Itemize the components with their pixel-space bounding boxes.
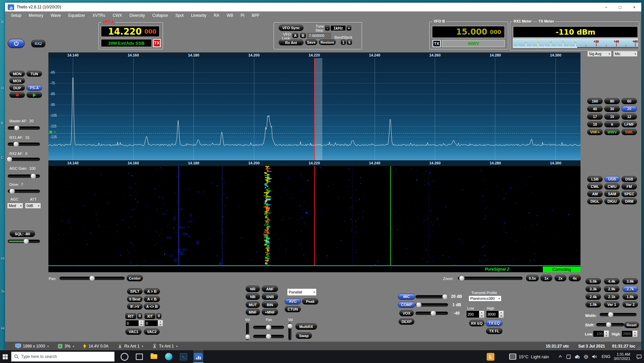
resize-grip[interactable] <box>637 346 641 350</box>
vfo-a-tx-indicator[interactable]: TX <box>153 39 161 47</box>
mode-button-usb[interactable]: USB <box>604 176 620 182</box>
bin-button[interactable]: BIN <box>262 301 278 308</box>
dexp-button[interactable]: DEXP <box>399 319 414 325</box>
mode-button-drm[interactable]: DRM <box>621 198 637 204</box>
a-to-b-button[interactable]: A > B <box>144 288 160 294</box>
vac1-button[interactable]: VAC1 <box>125 329 142 335</box>
zoom-0-5x-button[interactable]: 0.5x <box>526 275 539 281</box>
drive-slider[interactable] <box>8 190 40 193</box>
rx-antenna-selector[interactable]: Rx Ant 1▾ <box>117 344 143 349</box>
display-resolution[interactable]: 1898 x 1000▾ <box>15 344 49 349</box>
band-button-30[interactable]: 30 <box>604 106 620 112</box>
band-button-6[interactable]: 6 <box>604 121 620 127</box>
menu-item-xvtrs[interactable]: XVTRs <box>89 13 109 18</box>
panadapter-display[interactable]: 14.14014.16014.18014.20014.22014.24014.2… <box>48 52 580 272</box>
waterfall-display[interactable] <box>48 166 580 265</box>
master-af-slider[interactable] <box>8 126 40 130</box>
filter-button-2.9k[interactable]: 2.9k <box>604 286 619 292</box>
vox-button[interactable]: VOX <box>399 310 414 316</box>
filter-width-slider[interactable] <box>600 313 637 316</box>
close-button[interactable]: × <box>627 3 641 11</box>
mode-button-dsb[interactable]: DSB <box>621 176 637 182</box>
frequency-entry[interactable]: 7.000000 <box>307 33 331 38</box>
rx2-pan-slider[interactable] <box>253 335 284 338</box>
sub-vol-slider[interactable] <box>288 323 291 340</box>
vfo-sync-button[interactable]: VFO Sync <box>279 25 304 31</box>
menu-item-bpf[interactable]: BPF <box>248 13 263 18</box>
mnf-button[interactable]: MNF <box>246 309 260 315</box>
cortana-button[interactable] <box>119 350 129 363</box>
filter-button-2.4k[interactable]: 2.4k <box>586 294 601 300</box>
bandstack-5-button[interactable]: 5 <box>347 40 352 45</box>
mox-button[interactable]: MOX <box>9 78 25 84</box>
device-tray-icon[interactable] <box>566 354 571 359</box>
lock-b-button[interactable]: B <box>300 33 306 38</box>
weather-widget[interactable]: 15°C Light rain <box>519 354 549 359</box>
vfo-a-frequency[interactable]: 14.220 000 <box>101 26 160 37</box>
edge-button[interactable] <box>164 350 174 363</box>
split-button[interactable]: SPLT <box>127 288 143 294</box>
rit-button[interactable]: RIT <box>125 313 136 319</box>
xit-spinner[interactable]: 0▲▼ <box>145 320 163 326</box>
rx-ant-button[interactable]: Rx Ant <box>279 40 304 45</box>
band-button-160[interactable]: 160 <box>587 98 603 104</box>
mic-button[interactable]: MIC <box>398 294 415 300</box>
filter-high-spinner[interactable]: 2800▲▼ <box>621 330 638 337</box>
file-explorer-button[interactable] <box>149 350 159 363</box>
taskbar-search[interactable]: Type here to search <box>11 352 115 362</box>
rx2-button[interactable]: RX2 <box>31 40 45 47</box>
menu-item-spot[interactable]: Spot <box>172 13 188 18</box>
nr-button[interactable]: NR <box>246 286 260 292</box>
tx-high-spinner[interactable]: 3000▲▼ <box>486 311 504 318</box>
swap-button[interactable]: Swap <box>296 332 312 339</box>
band-button-20[interactable]: 20 <box>621 106 637 112</box>
mic-gain-slider[interactable] <box>415 295 448 298</box>
start-button[interactable] <box>0 350 10 363</box>
agc-mode-dropdown[interactable]: Med▾ <box>7 203 23 209</box>
band-button-swl[interactable]: SWL <box>621 129 637 135</box>
menu-item-ra[interactable]: RA <box>210 13 223 18</box>
xit-button[interactable]: XIT <box>145 313 155 319</box>
att-dropdown[interactable]: 0dB▾ <box>25 203 41 209</box>
tx-meter-mode-dropdown[interactable]: Mic▾ <box>613 51 638 57</box>
cpu-usage[interactable]: 3%▾ <box>57 344 74 349</box>
rit-zero-button[interactable]: 0 <box>137 313 142 319</box>
comp-slider[interactable] <box>415 303 448 307</box>
mode-button-cwu[interactable]: CWU <box>604 184 620 190</box>
tx-eq-button[interactable]: TX EQ <box>486 320 502 326</box>
xit-zero-button[interactable]: 0 <box>156 313 161 319</box>
b-to-a-button[interactable]: A < B <box>144 296 160 302</box>
mode-button-am[interactable]: AM <box>587 191 603 197</box>
mode-button-spec[interactable]: SPEC <box>621 191 637 197</box>
rit-spinner[interactable]: 0▲▼ <box>125 320 144 326</box>
save-button[interactable]: Save <box>305 39 317 45</box>
band-button-lfmf[interactable]: LFMF <box>621 121 637 127</box>
task-view-button[interactable] <box>134 350 144 363</box>
avg-button[interactable]: AVG <box>285 298 301 305</box>
band-button-60[interactable]: 60 <box>621 98 637 104</box>
zoom-1x-button[interactable]: 1x <box>540 275 552 281</box>
ctun-button[interactable]: CTUN <box>285 306 301 312</box>
lock-a-button[interactable]: A <box>292 33 298 38</box>
pinned-app-l-icon[interactable]: L <box>487 353 494 361</box>
maximize-button[interactable]: □ <box>613 3 627 11</box>
mode-button-lsb[interactable]: LSB <box>587 176 603 182</box>
mon-button[interactable]: MON <box>9 71 25 77</box>
filter-button-var-1[interactable]: Var 1 <box>604 301 619 308</box>
menu-item-cwx[interactable]: CWX <box>109 13 126 18</box>
filter-button-1.8k[interactable]: 1.8k <box>622 294 638 300</box>
news-widget-icon[interactable] <box>509 354 516 360</box>
band-button-vhf+[interactable]: VHF+ <box>587 129 603 135</box>
filter-reset-button[interactable]: Reset <box>624 322 639 328</box>
step-down-button[interactable]: - <box>325 26 330 31</box>
filter-button-3.8k[interactable]: 3.8k <box>622 278 638 284</box>
tx-fl-button[interactable]: TX FL <box>486 328 502 334</box>
agc-gain-slider[interactable] <box>8 174 40 178</box>
tun-button[interactable]: TUN <box>27 71 42 77</box>
console-button[interactable]: >_ <box>178 350 189 363</box>
plus-mnf-button[interactable]: +MNF <box>262 309 278 315</box>
peak-button[interactable]: Peak <box>302 298 318 305</box>
mut-button[interactable]: MUT <box>246 301 260 308</box>
menu-item-setup[interactable]: Setup <box>7 13 25 18</box>
action-center-button[interactable] <box>636 354 642 359</box>
